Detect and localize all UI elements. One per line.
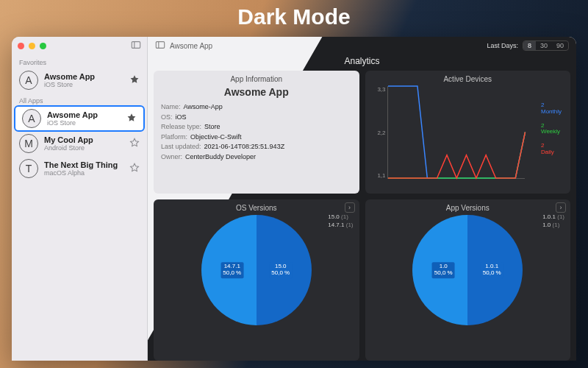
sidebar-section-allapps: All Apps — [12, 93, 147, 106]
sidebar-item-app-0[interactable]: A Awsome App iOS Store — [15, 106, 144, 131]
ytick: 3,3 — [373, 86, 386, 93]
hero-title: Dark Mode — [0, 4, 588, 29]
appver-legend: 1.0.1 (1) 1.0 (1) — [542, 213, 564, 229]
info-value: CenterBuddy Developer — [185, 152, 256, 163]
info-key: Platform: — [161, 132, 187, 143]
star-icon[interactable] — [126, 113, 137, 124]
page-title: Awsome App — [170, 42, 212, 50]
info-app-name: Awsome App — [161, 86, 352, 98]
info-value: Store — [204, 122, 220, 132]
legend-value: 2 — [541, 102, 544, 108]
app-subtitle: iOS Store — [44, 81, 123, 88]
app-subtitle: iOS Store — [47, 119, 121, 127]
legend-count: (1) — [346, 222, 354, 228]
info-value: iOS — [176, 113, 187, 123]
app-window: Favorites A Awsome App iOS Store All App… — [12, 37, 576, 361]
card-title: App Information — [161, 75, 352, 83]
app-subtitle: macOS Alpha — [44, 169, 123, 177]
maximize-icon[interactable] — [40, 43, 46, 49]
legend-count: (1) — [553, 222, 560, 228]
star-icon[interactable] — [129, 163, 140, 174]
info-value: Objective-C-Swift — [190, 132, 242, 143]
app-name: Awsome App — [47, 110, 121, 120]
sidebar-item-app-1[interactable]: M My Cool App Android Store — [12, 131, 147, 156]
legend-value: 2 — [541, 142, 544, 149]
close-icon[interactable] — [18, 43, 24, 49]
sidebar-toggle-icon[interactable] — [155, 40, 165, 52]
lastdays-segment[interactable]: 8 30 90 — [523, 40, 569, 51]
os-legend: 15.0 (1) 14.7.1 (1) — [328, 213, 353, 229]
minimize-icon[interactable] — [29, 43, 35, 49]
analytics-title: Analytics — [148, 54, 576, 71]
info-key: Release type: — [161, 122, 201, 132]
legend-count: (1) — [557, 213, 564, 220]
sidebar-toggle-icon[interactable] — [131, 40, 141, 52]
star-icon[interactable] — [129, 138, 140, 149]
main-content: Awsome App Last Days: 8 30 90 Analytics … — [148, 37, 576, 361]
card-active-devices: Active Devices 3,3 2,2 1,1 2Monthly 2Wee… — [365, 71, 571, 194]
legend-label: 1.0 — [542, 222, 551, 228]
ytick: 1,1 — [373, 172, 386, 179]
segment-8[interactable]: 8 — [523, 41, 536, 50]
star-icon[interactable] — [129, 74, 140, 86]
titlebar — [12, 37, 147, 54]
sidebar-item-app-2[interactable]: T The Next Big Thing macOS Alpha — [12, 156, 147, 181]
legend-label: Monthly — [541, 108, 562, 115]
info-key: Owner: — [161, 152, 182, 163]
app-name: Awsome App — [44, 72, 123, 82]
info-value: 2021-06-14T08:25:51.943Z — [204, 142, 285, 152]
app-avatar: M — [19, 134, 38, 153]
svg-rect-2 — [156, 42, 164, 49]
card-os-versions: › OS Versions 15.0 (1) 14.7.1 (1) 14.7.1… — [154, 199, 359, 361]
app-name: The Next Big Thing — [44, 160, 123, 170]
app-avatar: A — [19, 71, 38, 90]
info-key: Last updated: — [161, 142, 201, 152]
sidebar-item-favorite-0[interactable]: A Awsome App iOS Store — [12, 68, 147, 93]
card-title: App Versions — [373, 204, 564, 212]
legend-label: 1.0.1 — [542, 213, 556, 220]
sidebar-section-favorites: Favorites — [12, 54, 147, 68]
info-value: Awsome-App — [184, 102, 223, 113]
segment-90[interactable]: 90 — [552, 41, 568, 50]
info-key: OS: — [161, 113, 173, 123]
app-subtitle: Android Store — [44, 144, 123, 152]
app-avatar: A — [22, 109, 41, 128]
toolbar: Awsome App Last Days: 8 30 90 — [148, 37, 576, 54]
legend-label: 14.7.1 — [328, 222, 344, 228]
legend-count: (1) — [341, 213, 348, 220]
legend-label: 15.0 — [328, 213, 340, 220]
legend-label: Daily — [541, 149, 554, 155]
card-title: OS Versions — [161, 204, 352, 212]
app-versions-pie: 1.050,0 % 1.0.150,0 % — [412, 215, 523, 325]
sidebar: Favorites A Awsome App iOS Store All App… — [12, 37, 148, 361]
app-avatar: T — [19, 159, 38, 178]
card-app-versions: › App Versions 1.0.1 (1) 1.0 (1) 1.050,0… — [365, 199, 571, 361]
svg-rect-0 — [132, 42, 140, 49]
os-versions-pie: 14.7.150,0 % 15.050,0 % — [201, 215, 312, 325]
active-devices-chart: 3,3 2,2 1,1 2Monthly 2Weekly 2Daily — [373, 86, 564, 189]
legend-label: Weekly — [541, 128, 560, 135]
card-title: Active Devices — [373, 75, 564, 83]
segment-30[interactable]: 30 — [536, 41, 552, 50]
legend-value: 2 — [541, 122, 544, 129]
card-app-information: App Information Awsome App Name:Awsome-A… — [154, 71, 359, 194]
lastdays-label: Last Days: — [487, 42, 518, 49]
app-name: My Cool App — [44, 135, 123, 145]
info-key: Name: — [161, 102, 181, 113]
ytick: 2,2 — [373, 130, 386, 136]
